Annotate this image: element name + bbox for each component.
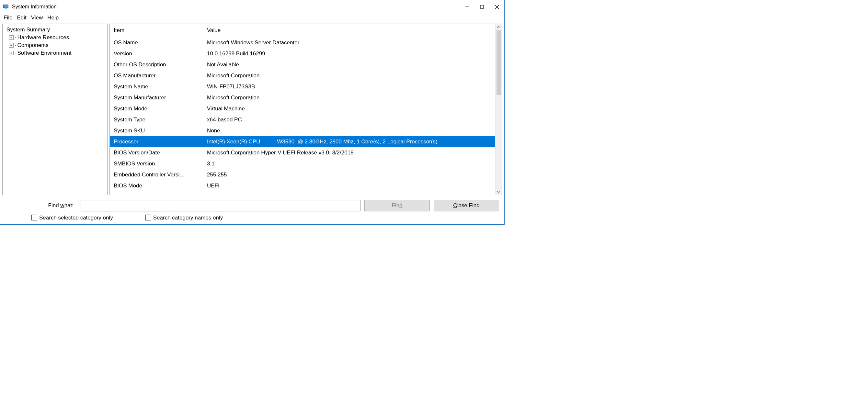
col-header-item[interactable]: Item — [114, 27, 207, 34]
cell-value: x64-based PC — [207, 117, 491, 123]
menu-view[interactable]: View — [31, 14, 43, 21]
cell-value: 255.255 — [207, 171, 491, 178]
close-find-button[interactable]: Close Find — [434, 200, 499, 212]
tree-item[interactable]: +··Components — [5, 41, 104, 49]
expand-icon[interactable]: + — [9, 43, 13, 47]
scroll-thumb[interactable] — [497, 30, 501, 95]
listview-header[interactable]: Item Value — [110, 24, 495, 37]
menu-help[interactable]: Help — [47, 14, 59, 21]
cell-value: Intel(R) Xeon(R) CPU W3530 @ 2.80GHz, 28… — [207, 138, 491, 145]
cell-value: Microsoft Corporation Hyper-V UEFI Relea… — [207, 150, 491, 156]
vertical-scrollbar[interactable] — [495, 24, 502, 195]
svg-rect-4 — [480, 5, 484, 8]
cell-value: Virtual Machine — [207, 105, 491, 112]
table-row[interactable]: Embedded Controller Versi...255.255 — [110, 169, 495, 180]
window-controls — [460, 0, 504, 13]
system-info-icon — [3, 4, 9, 10]
menubar: File Edit View Help — [0, 13, 504, 24]
cell-value: None — [207, 128, 491, 134]
tree-root-system-summary[interactable]: System Summary — [5, 26, 104, 34]
table-row[interactable]: ProcessorIntel(R) Xeon(R) CPU W3530 @ 2.… — [110, 136, 495, 147]
svg-rect-2 — [4, 8, 7, 9]
expand-icon[interactable]: + — [9, 35, 13, 40]
table-row[interactable]: System NameWIN-FP07LJ73S3B — [110, 81, 495, 92]
cell-item: System Manufacturer — [114, 95, 207, 101]
cell-value: 10.0.16299 Build 16299 — [207, 51, 491, 57]
cell-item: Processor — [114, 138, 207, 145]
table-row[interactable]: System SKUNone — [110, 125, 495, 136]
client-area: System Summary +··Hardware Resources+··C… — [0, 24, 504, 198]
tree-pane[interactable]: System Summary +··Hardware Resources+··C… — [2, 24, 107, 195]
cell-item: Embedded Controller Versi... — [114, 171, 207, 178]
find-button[interactable]: Find — [364, 200, 430, 212]
window-title: System Information — [12, 4, 460, 10]
minimize-button[interactable] — [460, 0, 474, 13]
scroll-down-icon[interactable] — [496, 188, 502, 195]
cell-value: UEFI — [207, 183, 491, 189]
find-what-input[interactable] — [81, 200, 361, 212]
cell-item: BIOS Mode — [114, 183, 207, 189]
table-row[interactable]: System Typex64-based PC — [110, 114, 495, 125]
table-row[interactable]: OS ManufacturerMicrosoft Corporation — [110, 70, 495, 81]
tree-item-label: Hardware Resources — [17, 34, 69, 41]
table-row[interactable]: BIOS ModeUEFI — [110, 180, 495, 191]
cell-item: Other OS Description — [114, 62, 207, 68]
menu-file[interactable]: File — [4, 14, 12, 21]
menu-edit[interactable]: Edit — [17, 14, 26, 21]
cell-value: 3.1 — [207, 161, 491, 167]
table-row[interactable]: SMBIOS Version3.1 — [110, 158, 495, 169]
tree-item-label: Components — [17, 42, 48, 49]
cell-item: System Model — [114, 105, 207, 112]
find-what-label: Find what: — [5, 202, 77, 209]
cell-item: BIOS Version/Date — [114, 150, 207, 156]
cell-value: Microsoft Corporation — [207, 72, 491, 79]
cell-item: SMBIOS Version — [114, 161, 207, 167]
maximize-button[interactable] — [474, 0, 489, 13]
tree-item[interactable]: +··Software Environment — [5, 49, 104, 57]
cell-item: System Name — [114, 84, 207, 90]
cell-item: Version — [114, 51, 207, 57]
detail-pane: Item Value OS NameMicrosoft Windows Serv… — [110, 24, 502, 195]
cell-item: OS Name — [114, 39, 207, 46]
table-row[interactable]: Version10.0.16299 Build 16299 — [110, 48, 495, 59]
cell-item: System SKU — [114, 128, 207, 134]
tree-item-label: Software Environment — [17, 50, 71, 56]
table-row[interactable]: BIOS Version/DateMicrosoft Corporation H… — [110, 147, 495, 158]
expand-icon[interactable]: + — [9, 51, 13, 55]
scroll-up-icon[interactable] — [496, 24, 502, 30]
cell-item: System Type — [114, 117, 207, 123]
cell-value: Not Available — [207, 62, 491, 68]
cell-value: WIN-FP07LJ73S3B — [207, 84, 491, 90]
tree-item[interactable]: +··Hardware Resources — [5, 34, 104, 41]
cell-value: Microsoft Windows Server Datacenter — [207, 39, 491, 46]
cell-item: OS Manufacturer — [114, 72, 207, 79]
search-selected-category-checkbox[interactable]: Search selected category only — [31, 215, 113, 221]
search-category-names-checkbox[interactable]: Search category names only — [146, 215, 223, 221]
close-button[interactable] — [489, 0, 504, 13]
titlebar[interactable]: System Information — [0, 0, 504, 13]
svg-rect-1 — [4, 5, 8, 8]
system-information-window: System Information File Edit View Help S… — [0, 0, 505, 225]
table-row[interactable]: Other OS DescriptionNot Available — [110, 59, 495, 70]
table-row[interactable]: System ManufacturerMicrosoft Corporation — [110, 92, 495, 103]
cell-value: Microsoft Corporation — [207, 95, 491, 101]
find-bar: Find what: Find Close Find Search select… — [0, 198, 504, 224]
table-row[interactable]: OS NameMicrosoft Windows Server Datacent… — [110, 37, 495, 48]
col-header-value[interactable]: Value — [207, 27, 491, 34]
table-row[interactable]: System ModelVirtual Machine — [110, 103, 495, 114]
listview[interactable]: Item Value OS NameMicrosoft Windows Serv… — [110, 24, 495, 195]
scroll-track[interactable] — [496, 95, 502, 188]
